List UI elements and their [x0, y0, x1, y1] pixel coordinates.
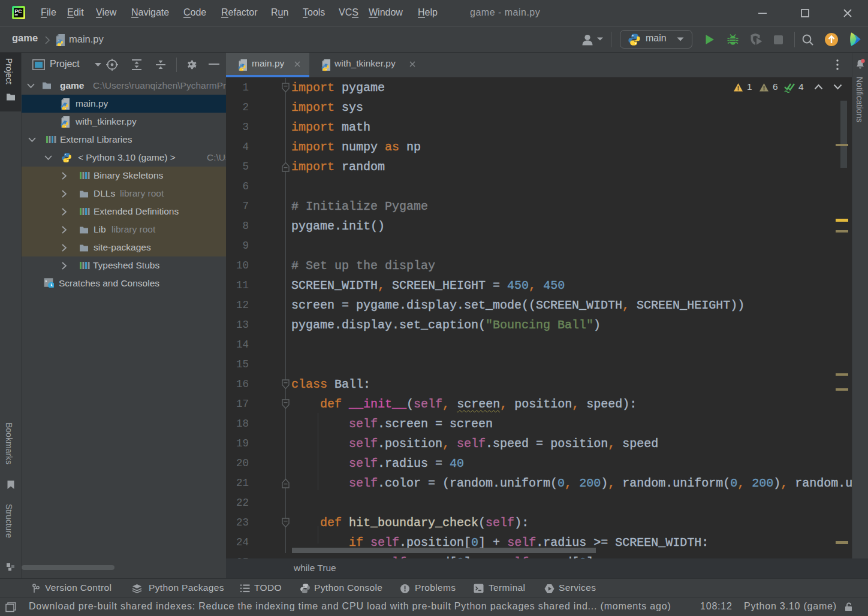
svg-text:PC: PC: [15, 8, 22, 14]
